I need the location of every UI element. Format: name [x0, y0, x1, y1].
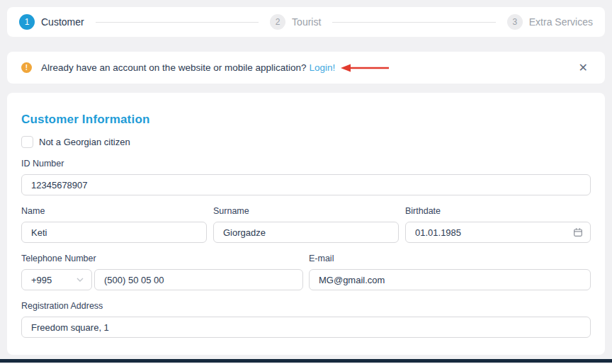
id-number-field-group: ID Number	[21, 159, 591, 195]
step-3-number: 3	[512, 17, 517, 27]
citizen-checkbox-row[interactable]: Not a Georgian citizen	[21, 136, 591, 148]
surname-label: Surname	[213, 206, 399, 216]
birthdate-label: Birthdate	[405, 206, 591, 216]
banner-message: Already have an account on the website o…	[41, 62, 335, 73]
not-georgian-citizen-checkbox[interactable]	[21, 136, 33, 148]
email-field-group: E-mail	[309, 254, 591, 290]
country-code-select[interactable]: +995	[21, 269, 92, 290]
citizen-checkbox-label: Not a Georgian citizen	[39, 137, 130, 147]
id-number-label: ID Number	[21, 159, 591, 169]
phone-field-group: Telephone Number +995	[21, 254, 303, 290]
phone-input-group: +995	[21, 269, 303, 290]
address-label: Registration Address	[21, 301, 591, 311]
step-3-circle: 3	[507, 14, 523, 30]
name-field-group: Name	[21, 206, 207, 243]
id-number-input[interactable]	[21, 174, 591, 195]
address-field-group: Registration Address	[21, 301, 591, 338]
birthdate-input-wrap	[405, 222, 591, 243]
step-2-number: 2	[276, 17, 280, 27]
phone-label: Telephone Number	[21, 254, 303, 263]
email-input[interactable]	[309, 269, 591, 290]
birthdate-input[interactable]	[405, 222, 591, 243]
step-1-circle: 1	[19, 14, 35, 30]
birthdate-field-group: Birthdate	[405, 206, 591, 243]
phone-email-row: Telephone Number +995 E-mail	[21, 254, 591, 290]
calendar-icon[interactable]	[573, 227, 583, 237]
stepper-connector	[332, 22, 495, 23]
step-3-label: Extra Services	[529, 16, 593, 28]
form-title: Customer Information	[21, 113, 591, 127]
stepper-connector	[96, 22, 259, 23]
wizard-stepper: 1 Customer 2 Tourist 3 Extra Services	[7, 7, 605, 37]
login-link[interactable]: Login!	[310, 62, 336, 73]
step-1-number: 1	[25, 17, 30, 27]
name-surname-birthdate-row: Name Surname Birthdate	[21, 206, 591, 243]
step-2-label: Tourist	[292, 16, 321, 28]
login-banner: ! Already have an account on the website…	[7, 52, 605, 84]
registration-address-input[interactable]	[21, 317, 591, 338]
chevron-down-icon	[76, 278, 84, 282]
customer-information-card: Customer Information Not a Georgian citi…	[7, 93, 605, 355]
name-label: Name	[21, 206, 207, 216]
stepper-step-tourist[interactable]: 2 Tourist	[270, 14, 321, 30]
stepper-step-extra-services[interactable]: 3 Extra Services	[507, 14, 593, 30]
surname-input[interactable]	[213, 222, 399, 243]
close-icon[interactable]: ✕	[576, 61, 591, 75]
surname-field-group: Surname	[213, 206, 399, 243]
red-arrow-annotation-icon	[341, 64, 390, 72]
country-code-value: +995	[31, 275, 52, 285]
warning-glyph: !	[26, 64, 28, 72]
bottom-edge-bar	[0, 359, 612, 363]
step-2-circle: 2	[270, 14, 285, 30]
email-label: E-mail	[309, 254, 591, 263]
step-1-label: Customer	[41, 16, 84, 28]
warning-icon: !	[21, 62, 32, 73]
name-input[interactable]	[21, 222, 207, 243]
stepper-step-customer[interactable]: 1 Customer	[19, 14, 84, 30]
phone-number-input[interactable]	[94, 269, 303, 290]
banner-message-text: Already have an account on the website o…	[41, 62, 307, 73]
